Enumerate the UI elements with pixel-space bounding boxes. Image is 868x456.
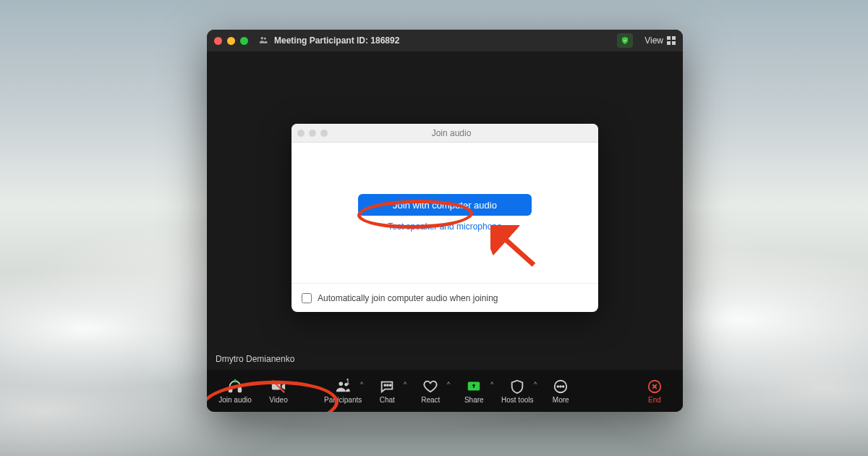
chat-button[interactable]: ^ Chat [369,373,405,408]
zoom-meeting-window: Meeting Participant ID: 186892 View D Dm… [207,30,683,412]
chevron-up-icon[interactable]: ^ [404,381,407,388]
participants-button[interactable]: 1 ^ Participants [324,373,362,408]
window-traffic-lights[interactable] [214,37,248,45]
view-label: View [644,35,663,46]
participants-icon [258,35,268,47]
share-label: Share [464,396,484,404]
share-screen-icon [466,379,482,394]
window-titlebar: Meeting Participant ID: 186892 View [207,30,683,51]
heart-icon [422,379,438,394]
chat-label: Chat [380,396,395,404]
participants-label: Participants [324,396,362,404]
svg-point-18 [558,386,559,387]
chevron-up-icon[interactable]: ^ [534,381,537,388]
join-audio-button[interactable]: ^ Join audio [217,373,253,408]
svg-rect-8 [239,387,242,392]
svg-rect-2 [667,36,671,40]
chevron-up-icon[interactable]: ^ [252,381,255,388]
svg-rect-5 [672,41,676,45]
dialog-title: Join audio [310,128,592,138]
participant-name-label: Dmytro Demianenko [216,354,294,364]
svg-point-13 [385,384,386,386]
chevron-up-icon[interactable]: ^ [360,381,363,388]
chevron-up-icon[interactable]: ^ [447,381,450,388]
share-button[interactable]: ^ Share [456,373,492,408]
fullscreen-window-icon[interactable] [240,37,248,45]
video-off-icon [271,379,286,394]
join-audio-dialog: Join audio Join with computer audio Test… [292,124,598,312]
host-tools-label: Host tools [501,396,533,404]
svg-point-11 [339,381,344,386]
chevron-up-icon[interactable]: ^ [490,381,493,388]
video-button[interactable]: ^ Video [260,373,297,408]
end-button[interactable]: End [637,373,673,408]
react-label: React [421,396,440,404]
headphones-icon [227,379,243,394]
auto-join-audio-checkbox[interactable] [302,293,312,303]
window-title: Meeting Participant ID: 186892 [274,35,399,46]
participants-count: 1 [346,378,350,386]
svg-point-14 [387,384,388,386]
dialog-titlebar: Join audio [292,124,598,143]
react-button[interactable]: ^ React [412,373,448,408]
svg-point-19 [560,386,561,387]
svg-point-1 [264,37,266,39]
svg-rect-7 [229,387,232,392]
test-speaker-mic-link[interactable]: Test speaker and microphone [388,221,501,232]
host-tools-button[interactable]: ^ Host tools [499,373,535,408]
grid-icon [667,36,676,45]
more-button[interactable]: More [542,373,579,408]
close-window-icon[interactable] [214,37,222,45]
view-button[interactable]: View [644,35,676,46]
svg-rect-4 [667,41,671,45]
chevron-up-icon[interactable]: ^ [295,381,298,388]
video-area: D Dmytro Demianenko Join audio Join with… [207,51,683,370]
svg-point-15 [390,384,391,386]
encryption-shield-icon[interactable] [617,33,633,48]
end-label: End [648,396,661,404]
svg-point-0 [261,36,264,39]
end-call-icon [647,379,663,394]
shield-icon [509,379,525,394]
dialog-close-icon[interactable] [297,130,305,137]
more-label: More [553,396,569,404]
svg-rect-3 [672,36,676,40]
more-icon [553,379,569,394]
video-label: Video [269,396,287,404]
svg-point-20 [563,386,564,387]
auto-join-audio-label: Automatically join computer audio when j… [318,293,498,303]
minimize-window-icon[interactable] [227,37,235,45]
join-audio-label: Join audio [218,396,252,404]
chat-icon [379,379,395,394]
meeting-toolbar: ^ Join audio ^ Video 1 ^ Participants ^ … [207,370,683,412]
join-computer-audio-button[interactable]: Join with computer audio [358,194,532,216]
